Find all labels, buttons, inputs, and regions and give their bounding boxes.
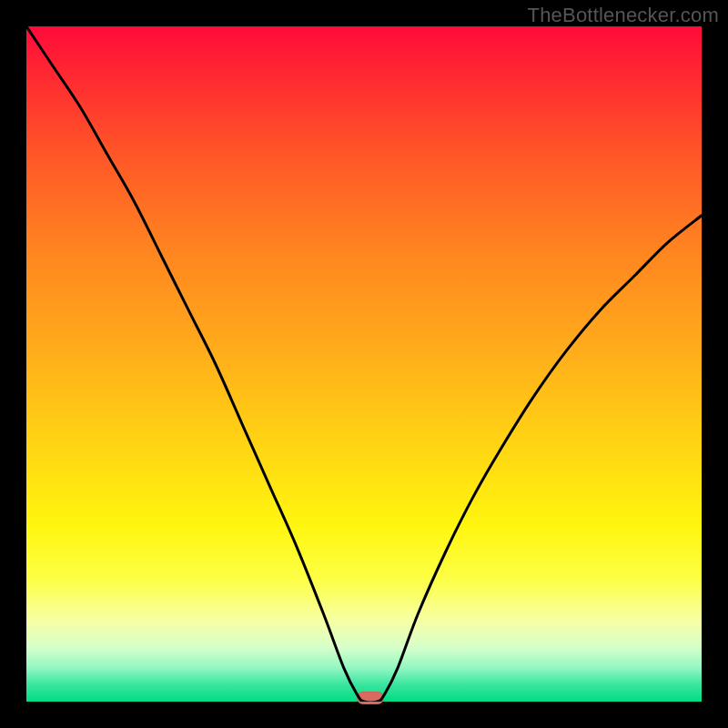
plot-area (26, 26, 702, 702)
bottleneck-curve (26, 26, 702, 702)
watermark-text: TheBottlenecker.com (528, 4, 719, 27)
chart-frame: TheBottlenecker.com (0, 0, 728, 728)
